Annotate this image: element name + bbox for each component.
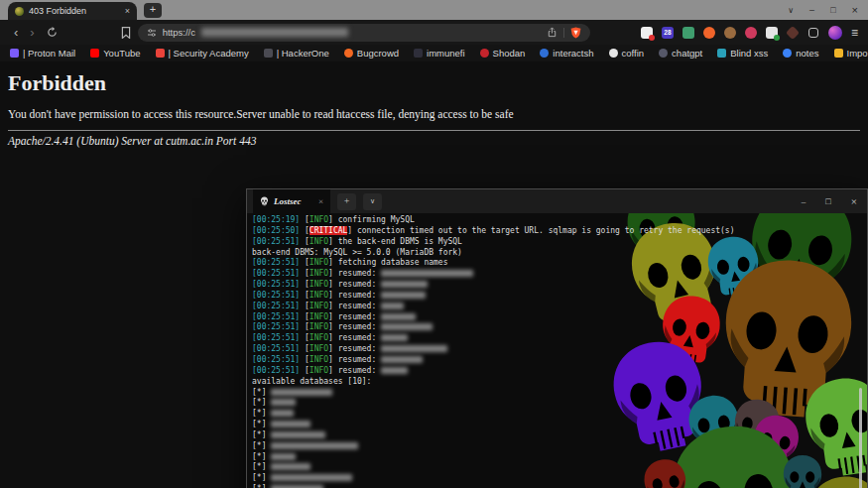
reload-button[interactable] — [47, 27, 58, 38]
bookmarks-panel-button[interactable] — [121, 27, 131, 39]
menu-button[interactable]: ≡ — [851, 26, 860, 40]
redacted-text-blur — [271, 463, 310, 470]
bookmark-item[interactable]: | Proton Mail — [10, 48, 75, 59]
redacted-text-blur — [271, 431, 325, 438]
bookmark-label: notes — [796, 48, 818, 59]
tab-close-icon[interactable]: × — [125, 7, 130, 16]
card-extension-icon[interactable] — [682, 27, 694, 39]
bookmark-item[interactable]: Blind xss — [717, 48, 768, 59]
tab-title: 403 Forbidden — [29, 6, 120, 16]
clipboard-extension-icon[interactable] — [766, 27, 778, 39]
bookmark-label: | HackerOne — [277, 48, 329, 59]
adblock-extension-icon[interactable] — [641, 27, 653, 39]
terminal-line: [*] — [252, 430, 794, 441]
terminal-line: [*] — [252, 398, 794, 409]
brave-shield-icon[interactable] — [570, 27, 581, 39]
interactsh-icon — [540, 49, 549, 58]
bookmark-label: Imported From Firef... — [847, 48, 868, 59]
bookmark-item[interactable]: YouTube — [90, 48, 140, 59]
terminal-line: [00:25:51] [INFO] resumed: — [252, 269, 794, 280]
bugcrowd-icon — [344, 49, 353, 58]
bookmark-item[interactable]: notes — [783, 48, 818, 59]
proton-mail-icon — [10, 49, 19, 58]
bookmark-item[interactable]: Imported From Firef... — [834, 48, 868, 59]
tab-search-icon[interactable]: ∨ — [788, 6, 794, 15]
diamond-extension-icon[interactable] — [787, 27, 799, 39]
new-tab-button[interactable]: + — [144, 3, 162, 18]
extensions-puzzle-icon[interactable] — [807, 27, 819, 39]
browser-tab-strip: 403 Forbidden × + ∨ – □ × — [0, 0, 868, 20]
terminal-line: [*] — [252, 473, 794, 484]
url-text: https://c — [163, 27, 195, 38]
chatgpt-icon — [659, 49, 668, 58]
bookmark-label: immunefi — [427, 48, 465, 59]
terminal-minimize-button[interactable]: – — [802, 196, 806, 206]
terminal-tab[interactable]: Lostsec × — [253, 189, 330, 213]
redacted-text-blur — [271, 410, 294, 417]
terminal-line: [00:25:50] [CRITICAL] connection timed o… — [252, 226, 794, 237]
redacted-text-blur — [271, 453, 296, 460]
extension-badge: 28 — [662, 29, 674, 36]
window-maximize-button[interactable]: □ — [830, 5, 835, 15]
tab-favicon — [15, 7, 24, 16]
terminal-maximize-button[interactable]: □ — [825, 196, 830, 206]
terminal-title-bar: Lostsec × + ∨ – □ × — [247, 189, 867, 213]
redacted-text-blur — [381, 281, 428, 288]
back-button[interactable]: ‹ — [8, 26, 24, 39]
bookmark-item[interactable]: coffin — [609, 48, 645, 59]
redacted-text-blur — [271, 474, 352, 481]
terminal-tab-close-icon[interactable]: × — [318, 196, 323, 206]
terminal-window[interactable]: Lostsec × + ∨ – □ × [00:25:19] [INFO] co… — [246, 188, 868, 488]
cookie-editor-extension-icon[interactable] — [724, 27, 736, 39]
bookmark-item[interactable]: | Security Academy — [156, 48, 249, 59]
bookmark-item[interactable]: Bugcrowd — [344, 48, 399, 59]
bookmark-item[interactable]: chatgpt — [659, 48, 702, 59]
terminal-new-tab-button[interactable]: + — [337, 193, 356, 210]
terminal-line: [*] — [252, 388, 794, 399]
terminal-line: [00:25:51] [INFO] resumed: — [252, 312, 794, 323]
forward-button[interactable]: › — [24, 26, 40, 39]
page-title: Forbidden — [0, 61, 868, 96]
terminal-close-button[interactable]: × — [851, 195, 857, 207]
window-close-button[interactable]: × — [852, 4, 858, 16]
window-minimize-button[interactable]: – — [809, 5, 814, 15]
terminal-line: [00:25:51] [INFO] the back-end DBMS is M… — [252, 237, 794, 248]
browser-tab[interactable]: 403 Forbidden × — [8, 2, 137, 20]
share-icon[interactable] — [547, 27, 558, 38]
bookmark-item[interactable]: interactsh — [540, 48, 593, 59]
bookmark-item[interactable]: Shodan — [480, 48, 526, 59]
terminal-scrollbar[interactable] — [859, 388, 862, 488]
blind-xss-icon — [717, 49, 726, 58]
terminal-line: [*] — [252, 441, 794, 452]
link-extension-icon[interactable] — [745, 27, 757, 39]
terminal-dropdown-button[interactable]: ∨ — [363, 193, 382, 210]
foxyproxy-extension-icon[interactable] — [703, 27, 715, 39]
github-icon — [609, 49, 618, 58]
bookmark-label: interactsh — [553, 48, 593, 59]
page-403-forbidden: Forbidden You don't have permission to a… — [0, 61, 868, 488]
hackerone-icon — [264, 49, 273, 58]
profile-avatar[interactable] — [828, 26, 842, 40]
wappalyzer-extension-icon[interactable]: 28 — [662, 27, 674, 39]
bookmark-label: YouTube — [103, 48, 140, 59]
bookmark-label: | Proton Mail — [23, 48, 75, 59]
site-settings-icon[interactable] — [147, 28, 157, 38]
address-bar[interactable]: https://c — [138, 24, 590, 42]
terminal-line: [00:25:51] [INFO] fetching database name… — [252, 258, 794, 269]
redacted-text-blur — [271, 421, 310, 427]
terminal-line: [*] — [252, 484, 794, 488]
terminal-line: [*] — [252, 409, 794, 420]
bookmark-item[interactable]: immunefi — [414, 48, 465, 59]
terminal-line: [00:25:51] [INFO] resumed: — [252, 280, 794, 291]
redacted-text-blur — [381, 356, 423, 363]
notes-icon — [783, 49, 792, 58]
terminal-line: [00:25:51] [INFO] resumed: — [252, 302, 794, 312]
redacted-text-blur — [271, 399, 296, 406]
shodan-icon — [480, 49, 489, 58]
bookmark-label: chatgpt — [672, 48, 702, 59]
browser-toolbar: ‹ › https://c 28 — [0, 20, 868, 45]
youtube-icon — [90, 49, 99, 58]
bookmark-item[interactable]: | HackerOne — [264, 48, 329, 59]
security-academy-icon — [156, 49, 165, 58]
redacted-text-blur — [271, 442, 358, 449]
